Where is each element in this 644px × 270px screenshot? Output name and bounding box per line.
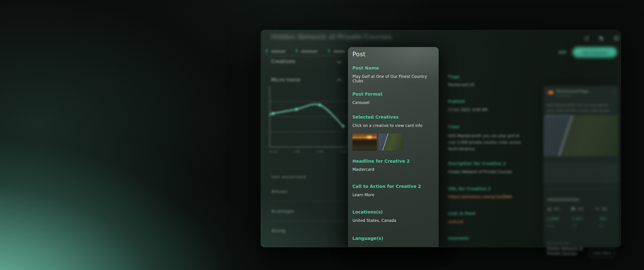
tabs-underline: [266, 56, 350, 56]
headline-value: Mastercard: [352, 167, 374, 172]
page-label: Page: [448, 74, 459, 79]
description-value: Hidden Network of Private Courses: [448, 170, 512, 174]
thumbs-up-icon: [547, 206, 560, 211]
divider: [271, 221, 350, 221]
tab-item-2[interactable]: [296, 49, 318, 54]
divider: [547, 189, 615, 189]
post-preview-card: Mastercard Page Sponsored ⋯ With Masterc…: [543, 86, 619, 247]
settings-sliders-icon[interactable]: [598, 35, 604, 41]
description-label: Decription for Creative 2: [448, 161, 506, 166]
copy-label: Copy: [448, 124, 459, 129]
comment-icon: [571, 206, 583, 211]
publish-value: 22 Jun 2022, 9:00 AM: [448, 107, 488, 112]
post-name-label: Post Name: [352, 65, 379, 70]
post-review-modal: Hidden Network of Private Courses Edit G…: [260, 30, 621, 247]
locations-value: United States, Canada: [352, 218, 396, 223]
url-label: URL for Creative 2: [448, 186, 491, 191]
primary-action-button[interactable]: Get Started: [572, 47, 617, 58]
interests-label: Interests: [448, 236, 469, 240]
creatives-section-header[interactable]: Creatives: [271, 59, 350, 64]
learn-more-button[interactable]: Learn More: [589, 248, 615, 257]
post-format-value: Carousel: [352, 100, 370, 105]
stat-label: ER: [600, 224, 604, 227]
post-name-value: Play Golf at One of Our Finest Country C…: [352, 74, 439, 83]
micro-trend-chart: 31 Jan1 Feb2 Feb3 Feb: [268, 85, 354, 156]
hashtag-item: #song: [271, 228, 286, 233]
stat-value: 4%: [600, 216, 606, 221]
tab-item-1[interactable]: [266, 49, 286, 54]
count-placeholder: [554, 208, 560, 210]
sponsored-label: Sponsored: [556, 94, 570, 97]
preview-link-domain: PRICELESS.COM: [547, 242, 570, 245]
tab-label-placeholder: [333, 50, 345, 53]
topbar-icons: [584, 35, 620, 42]
link-in-post-label: Link in Post: [448, 211, 475, 216]
preview-link-row[interactable]: PRICELESS.COM Hidden Network of Private …: [543, 163, 619, 183]
preview-image: [543, 115, 619, 156]
top-hashtags-label: TOP HASHTAGS: [271, 175, 306, 179]
post-link[interactable]: mstr.cd: [448, 220, 463, 224]
creative-thumbnail-1[interactable]: [352, 133, 377, 151]
stat-value: 2.2%: [572, 216, 582, 221]
edit-link[interactable]: Edit: [559, 50, 566, 54]
svg-text:1 Feb: 1 Feb: [293, 150, 300, 153]
publish-label: Publish: [448, 99, 465, 104]
trend-xlabels: 31 Jan1 Feb2 Feb3 Feb: [269, 150, 347, 153]
tab-item-3[interactable]: [329, 49, 345, 54]
tab-label-placeholder: [271, 50, 286, 53]
share-icon[interactable]: [584, 35, 590, 41]
divider: [271, 201, 350, 201]
post-detail-panel: Post Post Name Play Golf at One of Our F…: [348, 47, 439, 247]
share-arrow-icon: [594, 206, 607, 211]
post-panel-heading: Post: [352, 51, 366, 58]
locations-label: Locations(s): [352, 209, 383, 214]
hashtag-item: #music: [271, 189, 288, 194]
grid-menu-icon[interactable]: [614, 35, 619, 41]
chevron-up-icon: [337, 79, 342, 83]
svg-text:3 Feb: 3 Feb: [340, 150, 347, 153]
left-column: Creatives Micro trend 31 Jan1 Feb2 Feb3 …: [261, 30, 355, 247]
page-avatar: [547, 89, 554, 96]
creatives-label: Creatives: [271, 59, 295, 64]
tab-tick-icon: [329, 49, 330, 53]
svg-text:31 Jan: 31 Jan: [269, 150, 278, 153]
micro-trend-label: Micro trend: [271, 77, 300, 83]
selected-creatives-label: Selected Creatives: [352, 114, 399, 119]
ellipsis-icon[interactable]: ⋯: [611, 89, 615, 93]
copy-value: With Mastercard® you can play golf at ov…: [448, 133, 522, 152]
stat-value: 1,086: [547, 216, 559, 221]
engagement-section-placeholder: [547, 198, 579, 201]
mastercard-logo-icon: [550, 91, 553, 94]
headline-label: Headline for Creative 2: [352, 159, 410, 164]
selected-creatives-hint: Click on a creative to view card info: [352, 123, 422, 128]
preview-page-name: Mastercard Page: [556, 89, 588, 93]
cta-value: Learn More: [352, 193, 374, 197]
preview-link-title: Hidden Network of Private Courses: [547, 247, 588, 256]
cta-label: Call to Action for Creative 2: [352, 184, 421, 189]
page-value: Mastercard US: [448, 83, 475, 87]
trend-gridlines: [270, 101, 353, 132]
tab-label-placeholder: [301, 50, 318, 53]
hashtag-item: #carnegie: [271, 209, 294, 214]
trend-line: [270, 104, 343, 126]
details-column: Page Mastercard US Publish 22 Jun 2022, …: [448, 30, 529, 247]
tab-tick-icon: [296, 49, 297, 53]
creative-url-link[interactable]: https://priceless.com/g/1m30bb: [448, 195, 512, 199]
tab-tick-icon: [266, 49, 267, 53]
count-placeholder: [578, 208, 583, 210]
micro-trend-section-header[interactable]: Micro trend: [271, 77, 350, 83]
svg-text:2 Feb: 2 Feb: [316, 150, 324, 153]
stat-label: CTR: [572, 224, 577, 227]
stat-label: Reach: [547, 224, 555, 227]
chevron-down-icon: [337, 59, 342, 63]
languages-label: Language(s): [352, 236, 383, 241]
creative-thumbnail-2[interactable]: [378, 133, 403, 151]
count-placeholder: [601, 208, 607, 210]
post-format-label: Post Format: [352, 92, 382, 96]
